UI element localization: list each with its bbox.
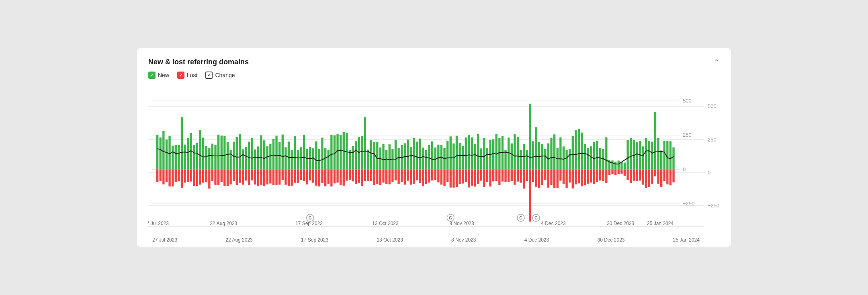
- x-axis-labels: 27 Jul 2023 22 Aug 2023 17 Sep 2023 13 O…: [148, 237, 704, 243]
- card-title: New & lost referring domains: [148, 58, 249, 66]
- legend-item-lost: ✓ Lost: [177, 72, 197, 79]
- chart-area: 500 250 0 −250 27 Jul 2023 22 Aug 2023 1…: [148, 86, 720, 239]
- x-label-5: 8 Nov 2023: [451, 237, 476, 243]
- legend-label-change: Change: [215, 72, 235, 78]
- chart-card: New & lost referring domains ⌃ ✓ New ✓ L…: [137, 48, 731, 247]
- legend-checkbox-new: ✓: [148, 72, 156, 79]
- x-label-6: 4 Dec 2023: [524, 237, 549, 243]
- legend-label-lost: Lost: [187, 72, 197, 78]
- x-label-8: 25 Jan 2024: [673, 237, 700, 243]
- x-label-2: 22 Aug 2023: [225, 237, 252, 243]
- x-label-1: 27 Jul 2023: [152, 237, 177, 243]
- svg-text:500: 500: [708, 103, 717, 109]
- legend-label-new: New: [158, 72, 169, 78]
- card-header: New & lost referring domains ⌃: [148, 58, 720, 67]
- x-label-3: 17 Sep 2023: [301, 237, 328, 243]
- x-label-7: 30 Dec 2023: [597, 237, 624, 243]
- legend-checkbox-change: [205, 72, 213, 79]
- chart-canvas: [148, 86, 700, 227]
- legend-item-change: Change: [205, 72, 235, 79]
- svg-text:−250: −250: [708, 203, 719, 209]
- legend-checkbox-lost: ✓: [177, 72, 184, 79]
- x-label-4: 13 Oct 2023: [377, 237, 403, 243]
- legend-item-new: ✓ New: [148, 72, 169, 79]
- svg-text:0: 0: [708, 170, 710, 176]
- svg-text:250: 250: [708, 136, 717, 142]
- chart-legend: ✓ New ✓ Lost Change: [148, 72, 720, 79]
- collapse-button[interactable]: ⌃: [714, 58, 720, 67]
